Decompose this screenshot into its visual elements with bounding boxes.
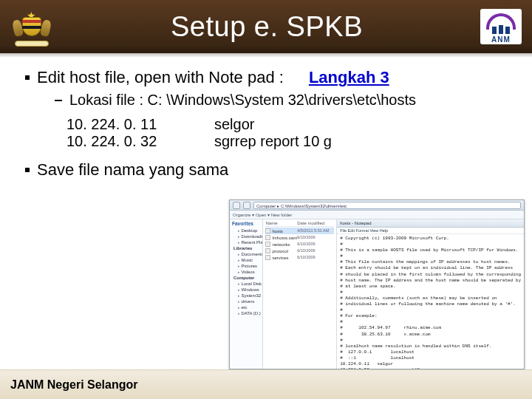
malaysia-crest-icon: ★: [10, 7, 53, 47]
hosts-ip: 10. 224. 0. 11: [66, 116, 214, 133]
explorer-filelist[interactable]: Name Date modified hosts 4/5/2011 5:51 A…: [263, 219, 337, 369]
tree-item[interactable]: System32: [232, 293, 260, 299]
tree-item[interactable]: drivers: [232, 299, 260, 304]
file-icon: [265, 242, 270, 247]
forward-button-icon[interactable]: [243, 202, 250, 209]
col-name: Name: [265, 221, 297, 225]
notepad-titlebar: hosts - Notepad: [337, 219, 524, 228]
notepad-menubar[interactable]: File Edit Format View Help: [337, 228, 524, 234]
notepad-textarea[interactable]: # Copyright (c) 1993-2009 Microsoft Corp…: [337, 234, 524, 369]
explorer-tree[interactable]: Favorites Desktop Downloads Recent Place…: [230, 219, 263, 369]
col-date: Date modified: [297, 221, 334, 225]
tree-favorites: Favorites: [232, 221, 260, 226]
file-icon: [265, 248, 270, 253]
tree-item[interactable]: Music: [232, 257, 260, 263]
step-link[interactable]: Langkah 3: [309, 68, 389, 87]
tree-item[interactable]: DATA (D:): [232, 310, 260, 316]
file-icon: [265, 235, 270, 240]
tree-group: Libraries: [232, 245, 260, 251]
file-row[interactable]: protocol 6/10/2009: [265, 248, 334, 254]
explorer-screenshot: Computer ▸ C:\Windows\System32\drivers\e…: [229, 200, 525, 369]
explorer-toolbar[interactable]: Organize ▾ Open ▾ New folder: [230, 211, 524, 219]
file-row[interactable]: services 6/10/2009: [265, 254, 334, 261]
hosts-ip: 10. 224. 0. 32: [66, 133, 214, 150]
footer-text: JANM Negeri Selangor: [10, 378, 137, 392]
anm-logo-text: ANM: [480, 35, 522, 44]
dash-icon: [55, 100, 62, 101]
bullet-1-sub-text: Lokasi file : C: \Windows\System 32\driv…: [69, 92, 416, 109]
slide-title: Setup e. SPKB: [53, 11, 480, 43]
hosts-block: 10. 224. 0. 11 selgor 10. 224. 0. 32 sgr…: [66, 116, 507, 150]
bullet-1: Edit host file, open with Note pad : Lan…: [25, 68, 507, 87]
bullet-2-text: Save file nama yang sama: [37, 160, 228, 180]
tree-item[interactable]: Local Disk (C:): [232, 281, 260, 287]
tree-item[interactable]: Downloads: [232, 233, 260, 239]
slide-footer: JANM Negeri Selangor: [0, 369, 532, 399]
tree-item[interactable]: Videos: [232, 269, 260, 275]
bullet-2: Save file nama yang sama: [25, 160, 232, 180]
file-icon: [265, 228, 270, 233]
hosts-row: 10. 224. 0. 32 sgrrep report 10 g: [66, 133, 507, 150]
tree-item[interactable]: Documents: [232, 251, 260, 257]
anm-logo-icon: ANM: [480, 9, 522, 44]
bullet-dot-icon: [25, 75, 30, 80]
hosts-row: 10. 224. 0. 11 selgor: [66, 116, 507, 133]
tree-item[interactable]: Desktop: [232, 228, 260, 233]
file-row[interactable]: hosts 4/5/2011 5:51 AM: [265, 228, 334, 234]
address-bar[interactable]: Computer ▸ C:\Windows\System32\drivers\e…: [253, 202, 521, 209]
tree-item[interactable]: Windows: [232, 287, 260, 293]
slide-body: Edit host file, open with Note pad : Lan…: [0, 53, 532, 369]
explorer-titlebar: Computer ▸ C:\Windows\System32\drivers\e…: [230, 200, 524, 211]
file-icon: [265, 255, 270, 260]
file-row[interactable]: lmhosts.sam 6/10/2009: [265, 234, 334, 241]
tree-item[interactable]: Recent Places: [232, 239, 260, 245]
tree-item[interactable]: Pictures: [232, 263, 260, 269]
back-button-icon[interactable]: [233, 202, 240, 209]
bullet-1-text: Edit host file, open with Note pad :: [37, 68, 284, 87]
slide-header: ★ Setup e. SPKB ANM: [0, 0, 532, 53]
hosts-name: selgor: [214, 116, 254, 133]
bullet-1-sub: Lokasi file : C: \Windows\System 32\driv…: [55, 92, 507, 109]
hosts-name: sgrrep report 10 g: [214, 133, 332, 150]
notepad-window: hosts - Notepad File Edit Format View He…: [337, 219, 524, 369]
list-header: Name Date modified: [265, 221, 334, 227]
tree-item[interactable]: etc: [232, 304, 260, 310]
bullet-dot-icon: [25, 168, 30, 172]
tree-group: Computer: [232, 275, 260, 281]
file-row[interactable]: networks 6/10/2009: [265, 241, 334, 248]
